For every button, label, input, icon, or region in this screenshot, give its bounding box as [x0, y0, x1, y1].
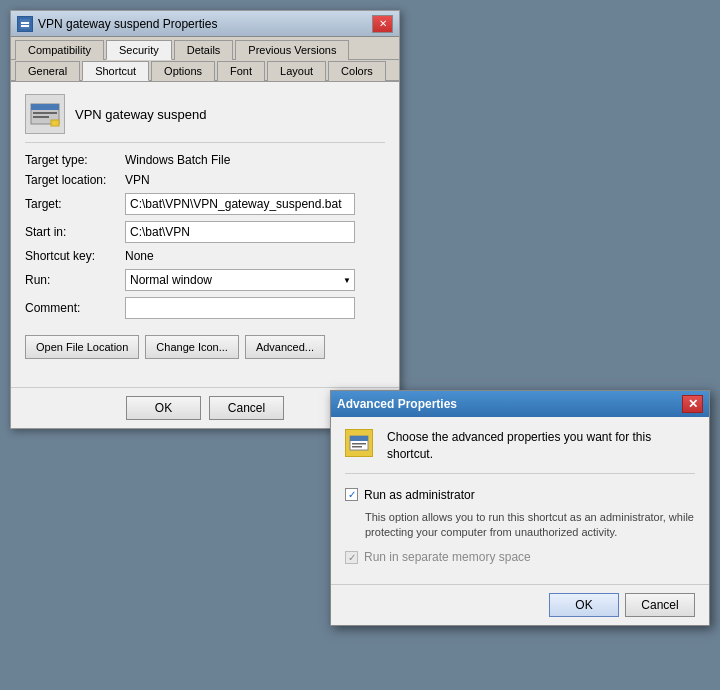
tab-font[interactable]: Font [217, 61, 265, 81]
advanced-title-text: Advanced Properties [337, 397, 457, 411]
tab-general[interactable]: General [15, 61, 80, 81]
target-label: Target: [25, 197, 125, 211]
run-separate-row: Run in separate memory space [345, 550, 695, 564]
advanced-header: Choose the advanced properties you want … [345, 429, 695, 474]
properties-window: VPN gateway suspend Properties ✕ Compati… [10, 10, 400, 429]
run-as-admin-label: Run as administrator [364, 488, 475, 502]
target-location-label: Target location: [25, 173, 125, 187]
advanced-title-bar: Advanced Properties ✕ [331, 391, 709, 417]
shortcut-key-row: Shortcut key: None [25, 249, 385, 263]
run-separate-checkbox [345, 551, 358, 564]
svg-rect-12 [352, 446, 362, 448]
tab-layout[interactable]: Layout [267, 61, 326, 81]
advanced-cancel-button[interactable]: Cancel [625, 593, 695, 617]
svg-rect-1 [21, 22, 29, 24]
run-as-admin-row: Run as administrator [345, 488, 695, 502]
svg-rect-6 [33, 116, 49, 118]
top-tab-row: Compatibility Security Details Previous … [11, 37, 399, 60]
shortcut-key-value: None [125, 249, 154, 263]
properties-title-text: VPN gateway suspend Properties [38, 17, 217, 31]
comment-input[interactable] [125, 297, 355, 319]
properties-window-icon [17, 16, 33, 32]
tab-compatibility[interactable]: Compatibility [15, 40, 104, 60]
tab-previous-versions[interactable]: Previous Versions [235, 40, 349, 60]
start-in-input[interactable] [125, 221, 355, 243]
shortcut-key-label: Shortcut key: [25, 249, 125, 263]
properties-close-button[interactable]: ✕ [372, 15, 393, 33]
app-icon: ⚡ [25, 94, 65, 134]
target-location-row: Target location: VPN [25, 173, 385, 187]
advanced-icon [345, 429, 377, 461]
app-title: VPN gateway suspend [75, 107, 207, 122]
advanced-icon-bg [345, 429, 373, 457]
svg-rect-2 [21, 25, 29, 27]
svg-rect-5 [33, 112, 57, 114]
open-file-location-button[interactable]: Open File Location [25, 335, 139, 359]
tab-details[interactable]: Details [174, 40, 234, 60]
start-in-label: Start in: [25, 225, 125, 239]
comment-label: Comment: [25, 301, 125, 315]
advanced-description: Choose the advanced properties you want … [387, 429, 695, 463]
properties-ok-button[interactable]: OK [126, 396, 201, 420]
target-input[interactable] [125, 193, 355, 215]
tab-colors[interactable]: Colors [328, 61, 386, 81]
target-type-value: Windows Batch File [125, 153, 230, 167]
advanced-properties-window: Advanced Properties ✕ Choose the advance… [330, 390, 710, 626]
advanced-close-button[interactable]: ✕ [682, 395, 703, 413]
run-label: Run: [25, 273, 125, 287]
advanced-ok-button[interactable]: OK [549, 593, 619, 617]
svg-rect-11 [352, 443, 366, 445]
app-header: ⚡ VPN gateway suspend [25, 94, 385, 143]
target-row: Target: [25, 193, 385, 215]
target-type-row: Target type: Windows Batch File [25, 153, 385, 167]
advanced-content: Choose the advanced properties you want … [331, 417, 709, 584]
tab-security[interactable]: Security [106, 40, 172, 60]
advanced-bottom-buttons: OK Cancel [331, 584, 709, 625]
run-as-admin-checkbox[interactable] [345, 488, 358, 501]
target-type-label: Target type: [25, 153, 125, 167]
run-select-wrapper: Normal window Minimized Maximized [125, 269, 355, 291]
properties-title-bar: VPN gateway suspend Properties ✕ [11, 11, 399, 37]
run-separate-label: Run in separate memory space [364, 550, 531, 564]
action-button-row: Open File Location Change Icon... Advanc… [25, 335, 385, 359]
run-row: Run: Normal window Minimized Maximized [25, 269, 385, 291]
bottom-tab-row: General Shortcut Options Font Layout Col… [11, 60, 399, 82]
start-in-row: Start in: [25, 221, 385, 243]
properties-content: ⚡ VPN gateway suspend Target type: Windo… [11, 82, 399, 387]
run-as-admin-desc: This option allows you to run this short… [365, 510, 695, 541]
svg-rect-10 [350, 436, 368, 441]
comment-row: Comment: [25, 297, 385, 319]
run-select[interactable]: Normal window Minimized Maximized [125, 269, 355, 291]
svg-text:⚡: ⚡ [52, 120, 59, 127]
properties-cancel-button[interactable]: Cancel [209, 396, 284, 420]
change-icon-button[interactable]: Change Icon... [145, 335, 239, 359]
advanced-button[interactable]: Advanced... [245, 335, 325, 359]
tab-shortcut[interactable]: Shortcut [82, 61, 149, 81]
target-location-value: VPN [125, 173, 150, 187]
tab-options[interactable]: Options [151, 61, 215, 81]
svg-rect-4 [31, 104, 59, 110]
